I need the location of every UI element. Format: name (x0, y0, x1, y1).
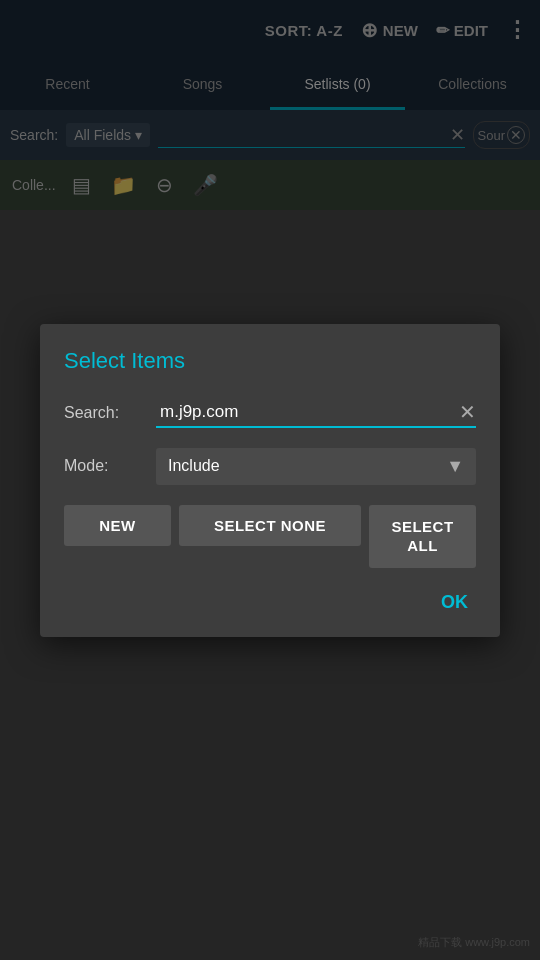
ok-button[interactable]: OK (433, 588, 476, 617)
dialog-search-label: Search: (64, 404, 144, 422)
dialog-mode-dropdown[interactable]: Include ▼ (156, 448, 476, 485)
dialog-footer: OK (64, 588, 476, 617)
dialog-mode-value: Include (168, 457, 220, 475)
dialog-search-input[interactable] (156, 398, 476, 426)
dialog-search-clear-icon[interactable]: ✕ (459, 400, 476, 424)
dialog-mode-row: Mode: Include ▼ (64, 448, 476, 485)
dialog-title: Select Items (64, 348, 476, 374)
dialog-mode-arrow-icon: ▼ (446, 456, 464, 477)
new-button[interactable]: NEW (64, 505, 171, 546)
dialog: Select Items Search: ✕ Mode: Include ▼ N… (40, 324, 500, 637)
dialog-buttons: NEW SELECT NONE SELECT ALL (64, 505, 476, 568)
select-all-button[interactable]: SELECT ALL (369, 505, 476, 568)
dialog-search-wrapper: ✕ (156, 398, 476, 428)
select-none-button[interactable]: SELECT NONE (179, 505, 361, 546)
overlay: Select Items Search: ✕ Mode: Include ▼ N… (0, 0, 540, 960)
dialog-mode-label: Mode: (64, 457, 144, 475)
dialog-search-row: Search: ✕ (64, 398, 476, 428)
